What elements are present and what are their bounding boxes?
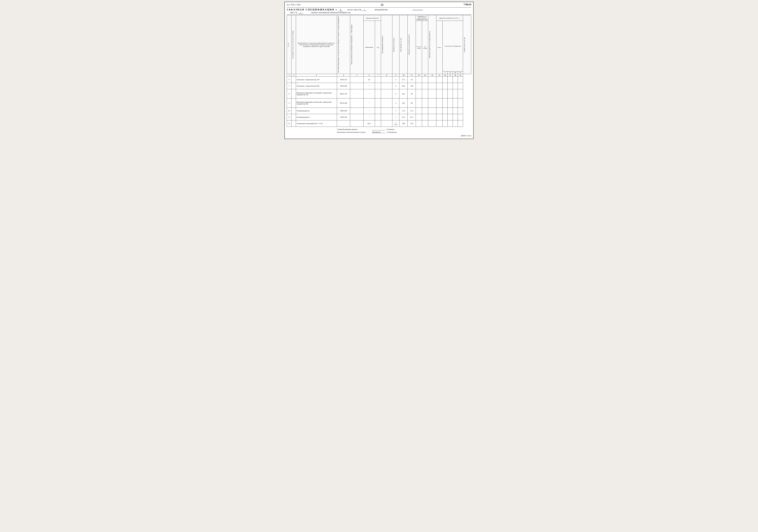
bottom-reference: ЦИТП З 11532 [287, 135, 471, 137]
col11a-header: в т.ч. на складе [416, 21, 422, 74]
col13-q3-header: III [453, 72, 458, 74]
num-5: 5 [350, 74, 363, 77]
col6-header: Единица измерения [363, 16, 381, 21]
num-3: 3 [296, 74, 337, 77]
col2-header: № позиции по схе-ме, по схе-ме место уст… [291, 16, 296, 74]
table-row: 12Секционные подогреватели F = 9 м2шт/т1… [287, 121, 471, 127]
col13-header: Принятая потребность на 19__г. [436, 16, 463, 21]
chief-sig-line [372, 128, 385, 130]
header-row2: ЛИСТ № 2 ОБЪЕКТ (ПРОИЗВОДСТВЕННАЯ МОЩНОС… [287, 12, 471, 14]
enterprise-name-label: (наименование) [413, 9, 423, 11]
table-row: 6Хлопушка с перепуском Ду-150ХПХ-150шт25… [287, 77, 471, 83]
col13-quarters-header: в том числе по кварталам [442, 21, 463, 72]
main-table: № п. п. № позиции по схе-ме, по схе-ме м… [287, 15, 471, 127]
col13-all-header: всего [436, 21, 442, 74]
sheets-label: ВСЕГО ЛИСТОВ [348, 9, 362, 11]
enterprise-block: ПРЕДПРИЯТИЕ (наименование) [374, 9, 471, 11]
num-13: 13 [422, 74, 428, 77]
sheet-label: ЛИСТ № [290, 12, 297, 14]
sheets-info: ВСЕГО ЛИСТОВ 2 [348, 9, 367, 11]
col8-header: Потребность по проекту [392, 16, 399, 74]
num-16: 16 [442, 74, 448, 77]
chief-name: А.Уманец [387, 128, 394, 130]
col12-header: Заявленная потреб-ность на планир-уемый … [428, 16, 436, 74]
num-14: 14 [428, 74, 436, 77]
num-2: 2 [291, 74, 296, 77]
table-body: 6Хлопушка с перепуском Ду-150ХПХ-150шт25… [287, 77, 471, 127]
page: т.п 704-1-150с 23 7798/10 ЗАКАЗНАЯ СПЕЦИ… [285, 2, 473, 139]
footer-signatures: Главный инженер проекта А.Уманец Начальн… [337, 128, 471, 133]
num-1: 1 [287, 74, 292, 77]
table-row: 7Хлопушка с перепуском Ду 200ХПХ-200"269… [287, 83, 471, 89]
table-row: 9Механизм управления хлопуш-кой с перепу… [287, 98, 471, 108]
doc-ref: т.п 704-1-150с [287, 3, 300, 6]
col6a-header: наименование [363, 21, 375, 74]
num-6: 6 [363, 74, 375, 77]
no-value: 9 [338, 8, 343, 11]
doc-code: 7798/10 [464, 3, 471, 6]
col10-header: Потребность на пусковой комплекс [408, 16, 416, 74]
col11b-header: на складе [422, 21, 428, 74]
col9-header: Цена единицы, тыс. руб. [399, 16, 408, 74]
col6b-header: код [375, 21, 381, 74]
table-row: 11ОгнепреградительОПХ-250"125,325,3 [287, 114, 471, 121]
num-9: 9 [392, 74, 399, 77]
num-18: 18 [453, 74, 458, 77]
chief-label: Главный инженер проекта [337, 128, 370, 130]
col5-header: Завод–изготовитель (для импортного обору… [350, 16, 363, 74]
num-12: 12 [416, 74, 422, 77]
table-row: 8Механизм управления хло-пушкой с перепу… [287, 89, 471, 98]
header-row1: ЗАКАЗНАЯ СПЕЦИФИКАЦИЯ № 9 ВСЕГО ЛИСТОВ 2… [287, 8, 471, 11]
head-dept-row: Начальник технологического отдела Орсовс… [337, 131, 471, 133]
sheet-value: 2 [298, 12, 303, 14]
no-label: № [335, 9, 337, 11]
top-bar: т.п 704-1-150с 23 7798/10 [287, 3, 471, 7]
col13-q2-header: II [448, 72, 453, 74]
enterprise-label: ПРЕДПРИЯТИЕ [374, 9, 388, 11]
header-title: ЗАКАЗНАЯ СПЕЦИФИКАЦИЯ [287, 8, 334, 11]
num-7: 7 [375, 74, 381, 77]
column-header-row: № п. п. № позиции по схе-ме, по схе-ме м… [287, 16, 471, 21]
page-number: 23 [300, 3, 464, 6]
head-name: А.Орховская [387, 131, 396, 133]
num-19: 19 [458, 74, 463, 77]
col7-header: Код оборудования, материалов [381, 16, 392, 74]
object-label: ОБЪЕКТ (ПРОИЗВОДСТВЕННАЯ МОЩНОСТЬ) [311, 12, 351, 14]
header-block: ЗАКАЗНАЯ СПЕЦИФИКАЦИЯ № 9 ВСЕГО ЛИСТОВ 2… [287, 7, 471, 15]
col11-header: Ожидаемое на-личие на начало планируемог… [416, 16, 428, 21]
table-row: 10ОгнепреградительОПХ-200"117,317,3 [287, 108, 471, 114]
num-15: 15 [436, 74, 442, 77]
chief-engineer-row: Главный инженер проекта А.Уманец [337, 128, 471, 130]
num-11: 11 [408, 74, 416, 77]
col3-header: Наименование и техническая характеристик… [296, 16, 337, 74]
num-4: 4 [337, 74, 350, 77]
sheets-value: 2 [362, 9, 367, 11]
col13-q4-header: IV [458, 72, 463, 74]
col-number-row: 1 2 3 4 5 6 7 8 9 10 11 12 13 14 15 16 1… [287, 74, 471, 77]
num-8: 8 [381, 74, 392, 77]
head-sig-line: Орсовская [372, 131, 385, 133]
col14-header: Стоимость всего, тыс. руб. [463, 16, 471, 74]
num-17: 17 [448, 74, 453, 77]
col13-q1-header: I [442, 72, 448, 74]
col4-header: Тип и марка обору-дования, № опрос-ного … [337, 16, 350, 74]
num-10: 10 [399, 74, 408, 77]
head-label: Начальник технологического отдела [337, 131, 370, 133]
col1-header: № п. п. [287, 16, 292, 74]
